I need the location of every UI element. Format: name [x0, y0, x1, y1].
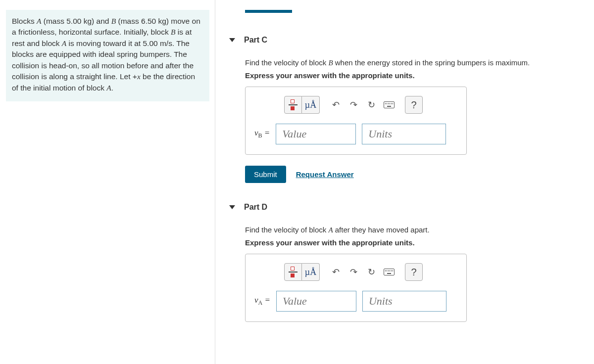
part-header[interactable]: Part C — [229, 36, 589, 45]
undo-button[interactable]: ↶ — [327, 96, 345, 114]
value-input[interactable] — [276, 124, 356, 144]
answer-box: µÅ ↶ ↷ ↻ ? vA = — [245, 254, 467, 322]
redo-button[interactable]: ↷ — [345, 263, 362, 281]
progress-marker — [245, 10, 292, 13]
part-header[interactable]: Part D — [229, 203, 589, 212]
keyboard-icon — [384, 269, 395, 275]
units-input[interactable] — [362, 124, 446, 144]
value-input[interactable] — [276, 291, 356, 312]
redo-icon: ↷ — [350, 267, 357, 277]
special-chars-button[interactable]: µÅ — [302, 263, 320, 281]
submit-button[interactable]: Submit — [245, 166, 286, 183]
special-chars-button[interactable]: µÅ — [302, 96, 320, 114]
answer-box: µÅ ↶ ↷ ↻ ? vB = — [245, 87, 467, 155]
part-title: Part D — [244, 203, 267, 212]
reset-icon: ↻ — [368, 267, 375, 277]
help-button[interactable]: ? — [405, 96, 423, 114]
help-button[interactable]: ? — [405, 263, 423, 281]
chevron-down-icon — [229, 38, 235, 42]
problem-statement: Blocks A (mass 5.00 kg) and B (mass 6.50… — [6, 10, 209, 101]
part-d: Part D Find the velocity of block A afte… — [245, 203, 589, 322]
mu-angstrom-icon: µÅ — [305, 267, 316, 277]
fraction-template-button[interactable] — [284, 263, 302, 281]
undo-icon: ↶ — [332, 267, 340, 277]
variable-label: vA = — [254, 295, 270, 307]
undo-icon: ↶ — [332, 99, 340, 110]
answer-toolbar: µÅ ↶ ↷ ↻ ? — [284, 96, 457, 114]
units-input[interactable] — [362, 291, 446, 312]
redo-icon: ↷ — [350, 99, 357, 110]
part-prompt: Find the velocity of block B when the en… — [245, 58, 589, 67]
fraction-icon — [289, 267, 297, 277]
part-hint: Express your answer with the appropriate… — [245, 238, 589, 247]
reset-icon: ↻ — [368, 99, 375, 110]
undo-button[interactable]: ↶ — [327, 263, 345, 281]
keyboard-icon — [384, 101, 395, 108]
part-prompt: Find the velocity of block A after they … — [245, 226, 589, 234]
redo-button[interactable]: ↷ — [345, 96, 362, 114]
part-c: Part C Find the velocity of block B when… — [245, 36, 589, 183]
part-hint: Express your answer with the appropriate… — [245, 71, 589, 80]
keyboard-button[interactable] — [380, 96, 398, 114]
request-answer-link[interactable]: Request Answer — [296, 170, 354, 179]
reset-button[interactable]: ↻ — [362, 96, 380, 114]
variable-label: vB = — [254, 128, 270, 139]
keyboard-button[interactable] — [380, 263, 398, 281]
answer-toolbar: µÅ ↶ ↷ ↻ ? — [284, 263, 457, 281]
part-title: Part C — [244, 36, 267, 45]
reset-button[interactable]: ↻ — [362, 263, 380, 281]
chevron-down-icon — [229, 205, 235, 209]
mu-angstrom-icon: µÅ — [305, 100, 316, 110]
fraction-icon — [289, 99, 297, 110]
fraction-template-button[interactable] — [284, 96, 302, 114]
